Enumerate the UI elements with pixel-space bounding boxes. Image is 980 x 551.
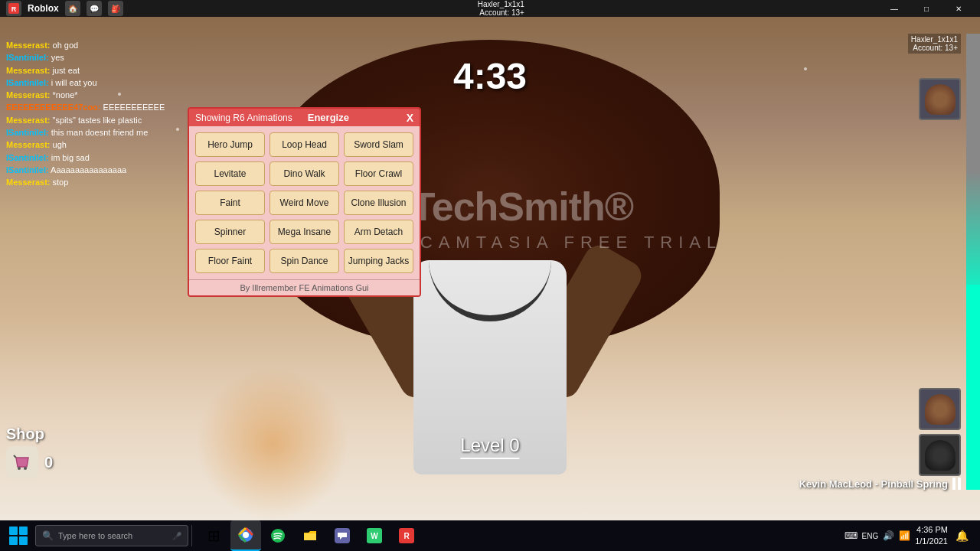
account-type: Account: 13+	[911, 44, 958, 52]
orange-glow	[196, 367, 349, 520]
chat-message: Messerast: "spits" tastes like plastic	[6, 115, 182, 126]
shop-area: Shop 0	[6, 425, 53, 478]
search-input[interactable]	[58, 531, 168, 540]
anim-button-clone-illusion[interactable]: Clone Illusion	[344, 191, 413, 215]
shop-count: 0	[44, 454, 53, 471]
anim-button-spin-dance[interactable]: Spin Dance	[270, 249, 339, 273]
chat-message: Messerast: ugh	[6, 139, 182, 150]
music-bar: Kevin MacLeod - Pinball Spring	[799, 478, 961, 490]
chat-message: Messerast: stop	[6, 177, 182, 187]
taskbar-app-folder[interactable]	[295, 520, 325, 551]
user-info-titlebar: Haxler_1x1x1 Account: 13+	[478, 0, 524, 17]
chat-message: Messerast: just eat	[6, 65, 182, 76]
anim-button-faint[interactable]: Faint	[195, 191, 265, 215]
anim-button-arm-detach[interactable]: Arm Detach	[344, 220, 413, 244]
app-icon: R	[6, 1, 21, 16]
chat-message: ISantinilel: this man doesnt friend me	[6, 127, 182, 138]
taskbar-app-chat[interactable]	[327, 520, 358, 551]
volume-icon[interactable]: 🔊	[883, 530, 894, 541]
search-bar[interactable]: 🔍 🎤	[35, 525, 188, 546]
avatar-1	[925, 84, 956, 115]
anim-button-spinner[interactable]: Spinner	[195, 220, 265, 244]
svg-point-5	[243, 532, 249, 538]
taskbar-right: ⌨ ENG 🔊 📶 4:36 PM 1/1/2021 🔔	[844, 524, 978, 548]
svg-text:W: W	[371, 532, 378, 540]
music-text: Kevin MacLeod - Pinball Spring	[799, 478, 948, 490]
anim-button-loop-head[interactable]: Loop Head	[270, 132, 339, 157]
shop-icon-row: 0	[6, 446, 53, 478]
chat-message: ISantinilel: Aaaaaaaaaaaaaaaa	[6, 165, 182, 175]
chat-message: Messerast: *none*	[6, 90, 182, 100]
music-pause-icon[interactable]	[952, 478, 961, 490]
taskbar-separator	[191, 525, 192, 546]
anim-gui-header: Showing R6 Animations Energize X	[189, 109, 420, 126]
game-timer: 4:33	[453, 55, 527, 97]
svg-text:R: R	[403, 532, 410, 540]
taskbar-app-green[interactable]: W	[359, 520, 390, 551]
animation-gui[interactable]: Showing R6 Animations Energize X Hero Ju…	[188, 107, 421, 297]
anim-button-floor-crawl[interactable]: Floor Crawl	[344, 161, 413, 186]
clock-time: 4:36 PM	[915, 524, 948, 536]
maximize-button[interactable]: □	[911, 0, 942, 17]
svg-rect-7	[304, 533, 316, 540]
star-dot	[804, 67, 807, 70]
svg-point-3	[24, 467, 27, 470]
anim-gui-title-area: Showing R6 Animations Energize	[195, 112, 349, 123]
taskbar-app-red[interactable]: R	[391, 520, 422, 551]
taskbar-app-spotify[interactable]	[263, 520, 293, 551]
anim-gui-footer: By Illremember FE Animations Gui	[189, 279, 420, 295]
network-icon[interactable]: 📶	[899, 530, 910, 541]
language-icon[interactable]: ENG	[862, 532, 879, 540]
anim-button-hero-jump[interactable]: Hero Jump	[195, 132, 265, 157]
shop-label: Shop	[6, 425, 44, 443]
avatar-3	[925, 440, 956, 471]
anim-gui-buttons-grid: Hero JumpLoop HeadSword SlamLevitateDino…	[189, 126, 420, 279]
chat-panel: Messerast: oh godISantinilel: yesMessera…	[6, 40, 182, 190]
username-display: Haxler_1x1x1	[911, 35, 958, 44]
taskbar-app-multitasking[interactable]: ⊞	[198, 520, 229, 551]
notification-button[interactable]: 🔔	[952, 527, 971, 545]
titlebar: R Roblox 🏠 💬 🎒 Haxler_1x1x1 Account: 13+…	[0, 0, 980, 17]
taskbar-app-chrome[interactable]	[230, 520, 261, 551]
keyboard-icon[interactable]: ⌨	[844, 530, 858, 541]
chat-message: ISantinilel: i will eat you	[6, 77, 182, 88]
anim-button-dino-walk[interactable]: Dino Walk	[270, 161, 339, 186]
chat-message: Messerast: oh god	[6, 40, 182, 51]
shop-icon[interactable]	[6, 446, 38, 478]
svg-point-2	[18, 467, 21, 470]
window-controls[interactable]: — □ ✕	[879, 0, 974, 17]
close-button[interactable]: ✕	[943, 0, 974, 17]
right-color-strip	[966, 34, 980, 490]
minimize-button[interactable]: —	[879, 0, 910, 17]
svg-text:R: R	[11, 5, 17, 13]
system-clock[interactable]: 4:36 PM 1/1/2021	[915, 524, 948, 548]
start-button[interactable]	[3, 520, 34, 551]
anim-button-weird-move[interactable]: Weird Move	[270, 191, 339, 215]
game-viewport[interactable]: TechSmith® MADE WITH CAMTASIA FREE TRIAL…	[0, 17, 980, 520]
avatar-box-3	[919, 434, 961, 476]
anim-button-mega-insane[interactable]: Mega Insane	[270, 220, 339, 244]
clock-date: 1/1/2021	[915, 536, 948, 547]
windows-logo	[9, 527, 28, 545]
inventory-icon[interactable]: 🎒	[108, 1, 123, 16]
window-title: Roblox	[28, 3, 59, 14]
anim-button-levitate[interactable]: Levitate	[195, 161, 265, 186]
taskbar-apps: ⊞ W R	[195, 520, 844, 551]
anim-button-sword-slam[interactable]: Sword Slam	[344, 132, 413, 157]
anim-button-jumping-jacks[interactable]: Jumping Jacks	[344, 249, 413, 273]
level-indicator: Level 0	[460, 435, 519, 459]
chat-message: ISantinilel: yes	[6, 52, 182, 63]
anim-gui-close-button[interactable]: X	[407, 112, 413, 123]
user-info-panel: Haxler_1x1x1 Account: 13+	[908, 34, 961, 54]
anim-gui-name: Energize	[308, 112, 349, 123]
avatar-box-2	[919, 388, 961, 430]
titlebar-left: R Roblox 🏠 💬 🎒	[6, 1, 123, 16]
anim-gui-showing-label: Showing R6 Animations	[195, 112, 292, 123]
home-icon[interactable]: 🏠	[65, 1, 80, 16]
chat-message: ISantinilel: im big sad	[6, 152, 182, 163]
avatar-box-1	[919, 78, 961, 120]
character-smile	[429, 260, 551, 321]
mic-icon: 🎤	[172, 532, 181, 540]
anim-button-floor-faint[interactable]: Floor Faint	[195, 249, 265, 273]
chat-icon[interactable]: 💬	[87, 1, 102, 16]
